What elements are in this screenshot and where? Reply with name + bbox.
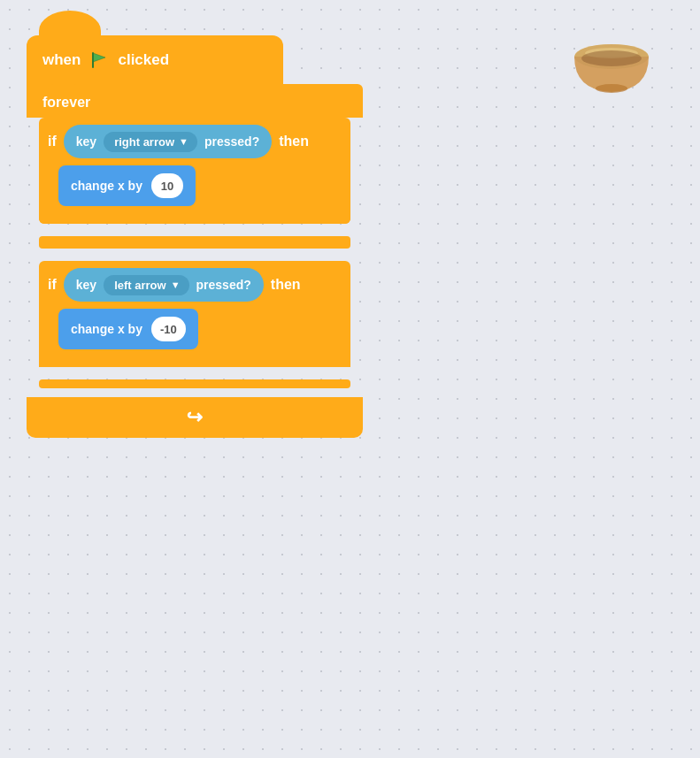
sensing-pressed-2: pressed?	[196, 278, 251, 292]
forever-footer: ↩	[27, 397, 363, 438]
hat-clicked-label: clicked	[118, 51, 169, 69]
dropdown-arrow-1: ▼	[179, 136, 188, 147]
if-gap	[39, 236, 350, 249]
then-keyword-1: then	[279, 134, 309, 149]
change-x-label-2: change x by	[71, 322, 142, 336]
loop-arrow-icon: ↩	[187, 406, 203, 429]
then-keyword-2: then	[271, 277, 301, 293]
value-text-1: 10	[161, 180, 173, 193]
forever-block: forever if key right arrow ▼ pressed?	[27, 84, 363, 438]
dropdown-right-arrow[interactable]: right arrow ▼	[104, 132, 197, 152]
change-x-label-1: change x by	[71, 179, 142, 193]
sensing-pressed-1: pressed?	[204, 134, 259, 149]
sensing-key-1: key	[76, 134, 96, 149]
svg-rect-1	[92, 52, 94, 68]
flag-icon	[89, 50, 109, 70]
if-block-1: if key right arrow ▼ pressed? then	[39, 118, 350, 224]
if-header-2: if key left arrow ▼ pressed? then	[39, 261, 350, 309]
svg-point-5	[581, 50, 642, 66]
if-block-2: if key left arrow ▼ pressed? then change…	[39, 261, 350, 367]
if-body-2: change x by -10	[39, 309, 350, 356]
svg-marker-0	[93, 53, 105, 62]
bowl-sprite	[572, 37, 651, 95]
if-body-1: change x by 10	[39, 165, 350, 213]
sensing-key-2: key	[76, 278, 96, 292]
bowl-svg	[572, 37, 651, 95]
value-pill-1[interactable]: 10	[151, 173, 183, 198]
sensing-block-2[interactable]: key left arrow ▼ pressed?	[64, 268, 264, 302]
change-x-block-1[interactable]: change x by 10	[58, 165, 196, 206]
svg-point-6	[596, 84, 627, 93]
scratch-workspace: when clicked forever if	[27, 35, 363, 438]
change-x-block-2[interactable]: change x by -10	[58, 309, 198, 349]
hat-when-label: when	[42, 51, 81, 69]
if-keyword-1: if	[48, 134, 57, 149]
forever-inner: if key right arrow ▼ pressed? then	[27, 118, 363, 397]
sensing-block-1[interactable]: key right arrow ▼ pressed?	[64, 125, 272, 158]
dropdown-arrow-2: ▼	[171, 279, 181, 290]
dropdown-left-arrow[interactable]: left arrow ▼	[104, 275, 188, 295]
value-pill-2[interactable]: -10	[151, 317, 186, 341]
dropdown-value-2: left arrow	[114, 279, 166, 292]
if-header-1: if key right arrow ▼ pressed? then	[39, 118, 350, 165]
if-keyword-2: if	[48, 277, 57, 293]
hat-block-wrapper: when clicked	[27, 35, 283, 84]
value-text-2: -10	[160, 323, 177, 336]
dropdown-value-1: right arrow	[114, 135, 174, 149]
hat-block[interactable]: when clicked	[27, 35, 283, 84]
